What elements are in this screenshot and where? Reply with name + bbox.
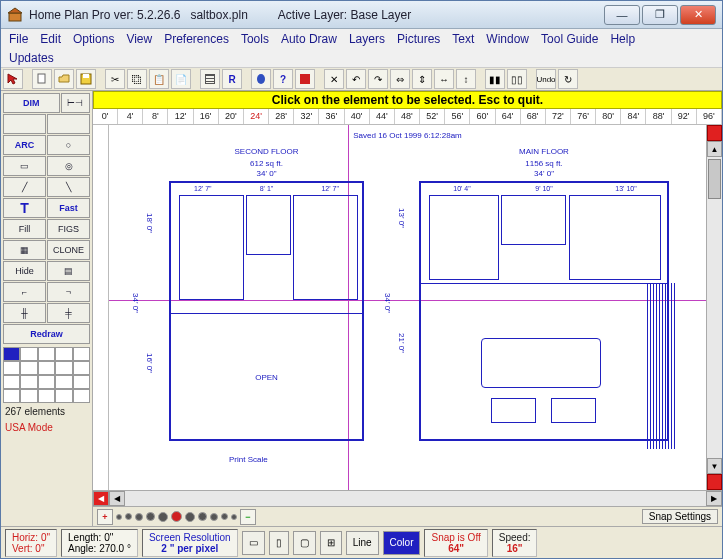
tool-clone[interactable]: CLONE [47,240,90,260]
tool-grid[interactable] [200,69,220,89]
zoom-minus[interactable]: − [240,509,256,525]
scroll-left-red[interactable]: ◀ [93,491,109,506]
tool-copy[interactable]: ⿻ [127,69,147,89]
menu-file[interactable]: File [9,32,28,46]
menu-text[interactable]: Text [452,32,474,46]
minimize-button[interactable]: — [604,5,640,25]
tool-layers-icon[interactable]: ▤ [47,261,90,281]
tool-rotate-cw[interactable]: ↷ [368,69,388,89]
scroll-left[interactable]: ◀ [109,491,125,506]
menu-toolguide[interactable]: Tool Guide [541,32,598,46]
zoom-level-3[interactable] [135,513,143,521]
tool-fast-text[interactable]: Fast [47,198,90,218]
tool-window1[interactable]: ╫ [3,303,46,323]
tool-cut[interactable]: ✂ [105,69,125,89]
zoom-level-11[interactable] [231,514,237,520]
tool-rect[interactable] [3,114,46,134]
tool-fill[interactable]: Fill [3,219,46,239]
close-button[interactable]: ✕ [680,5,716,25]
menu-pictures[interactable]: Pictures [397,32,440,46]
menubar: File Edit Options View Preferences Tools… [1,29,722,49]
menu-layers[interactable]: Layers [349,32,385,46]
tool-dim-style[interactable]: ⊢⊣ [61,93,90,113]
tool-arc[interactable]: ARC [3,135,46,155]
tool-door2[interactable]: ¬ [47,282,90,302]
tool-redo-arrow[interactable]: ↻ [558,69,578,89]
zoom-plus[interactable]: + [97,509,113,525]
scroll-down[interactable]: ▼ [707,458,722,474]
maximize-button[interactable]: ❐ [642,5,678,25]
tool-figs[interactable]: FIGS [47,219,90,239]
redraw-button[interactable]: Redraw [3,324,90,344]
snap-settings-button[interactable]: Snap Settings [642,509,718,524]
tool-rect-round[interactable] [47,114,90,134]
scroll-marker-bottom[interactable] [707,474,722,490]
status-line[interactable]: Line [346,531,379,555]
tool-exit[interactable] [295,69,315,89]
menu-tools[interactable]: Tools [241,32,269,46]
zoom-toolbar: + − Snap Settings [93,506,722,526]
tool-ring[interactable]: ◎ [47,156,90,176]
menu-window[interactable]: Window [486,32,529,46]
tool-new[interactable] [32,69,52,89]
tool-registered[interactable]: R [222,69,242,89]
menu-autodraw[interactable]: Auto Draw [281,32,337,46]
status-color[interactable]: Color [383,531,421,555]
tool-line2[interactable]: ╲ [47,177,90,197]
menu-options[interactable]: Options [73,32,114,46]
tool-dim-v[interactable]: ↕ [456,69,476,89]
zoom-level-7[interactable] [185,512,195,522]
tool-double-rect[interactable]: ▭ [3,156,46,176]
tool-hatch[interactable]: ▦ [3,240,46,260]
status-tool-b[interactable]: ▯ [269,531,289,555]
tool-rotate-ccw[interactable]: ↶ [346,69,366,89]
scroll-marker-top[interactable] [707,125,722,141]
tool-flip-v[interactable]: ⇕ [412,69,432,89]
status-tool-a[interactable]: ▭ [242,531,265,555]
tool-undo[interactable]: Undo [536,69,556,89]
tool-line1[interactable]: ╱ [3,177,46,197]
horizontal-scrollbar[interactable]: ◀ ◀ ▶ [93,490,722,506]
tool-bars2[interactable]: ▯▯ [507,69,527,89]
menu-view[interactable]: View [126,32,152,46]
tool-clipboard[interactable]: 📄 [171,69,191,89]
tool-delete[interactable]: ✕ [324,69,344,89]
tool-flip-h[interactable]: ⇔ [390,69,410,89]
tool-dim-h[interactable]: ↔ [434,69,454,89]
zoom-level-2[interactable] [125,513,132,520]
zoom-level-5[interactable] [158,512,168,522]
tool-help[interactable]: ? [273,69,293,89]
scroll-right[interactable]: ▶ [706,491,722,506]
tool-save[interactable] [76,69,96,89]
zoom-level-9[interactable] [210,513,218,521]
vertical-scrollbar[interactable]: ▲ ▼ [706,125,722,490]
tool-mouse[interactable] [251,69,271,89]
scroll-up[interactable]: ▲ [707,141,722,157]
tool-hide[interactable]: Hide [3,261,46,281]
tool-window2[interactable]: ╪ [47,303,90,323]
tool-pointer[interactable] [3,69,23,89]
tool-bars1[interactable]: ▮▮ [485,69,505,89]
menu-help[interactable]: Help [610,32,635,46]
zoom-level-4[interactable] [146,512,155,521]
statusbar: Horiz: 0"Vert: 0" Length: 0"Angle: 270.0… [1,526,722,558]
status-tool-d[interactable]: ⊞ [320,531,342,555]
floorplan-main: MAIN FLOOR 1156 sq ft. 34' 0" 10' 4"9' 1… [419,181,669,441]
tool-paste[interactable]: 📋 [149,69,169,89]
tool-open[interactable] [54,69,74,89]
zoom-current[interactable] [171,511,182,522]
tool-circle[interactable]: ○ [47,135,90,155]
zoom-level-1[interactable] [116,514,122,520]
zoom-level-10[interactable] [221,513,228,520]
zoom-level-8[interactable] [198,512,207,521]
tool-text[interactable]: T [3,198,46,218]
menu-updates[interactable]: Updates [9,51,54,65]
drawing-canvas[interactable]: Saved 16 Oct 1999 6:12:28am SECOND FLOOR… [109,125,706,490]
tool-door1[interactable]: ⌐ [3,282,46,302]
svg-point-5 [257,74,265,84]
color-palette[interactable] [3,347,90,403]
status-tool-c[interactable]: ▢ [293,531,316,555]
tool-dim[interactable]: DIM [3,93,60,113]
menu-edit[interactable]: Edit [40,32,61,46]
menu-preferences[interactable]: Preferences [164,32,229,46]
